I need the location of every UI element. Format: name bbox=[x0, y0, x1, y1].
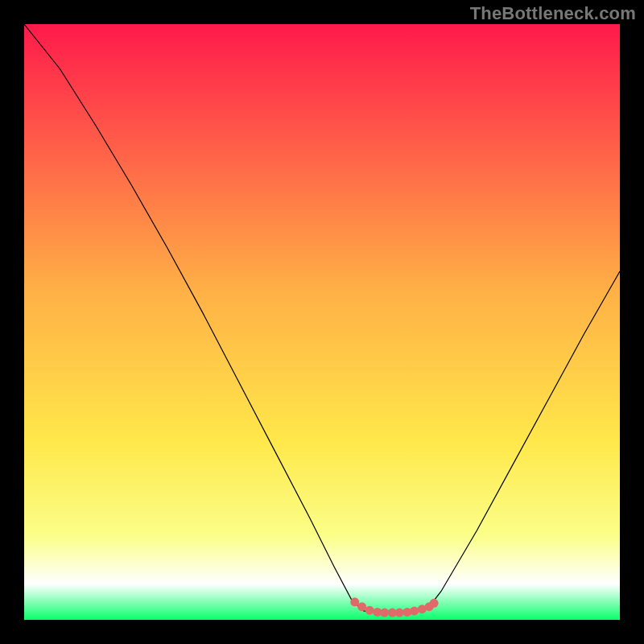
chart-frame: TheBottleneck.com bbox=[0, 0, 644, 644]
plot-svg bbox=[24, 24, 620, 620]
marker-dot bbox=[380, 609, 389, 617]
plot-area bbox=[24, 24, 620, 620]
gradient-background bbox=[24, 24, 620, 620]
marker-dot bbox=[430, 599, 439, 608]
marker-dot bbox=[365, 606, 374, 615]
marker-dot bbox=[357, 602, 366, 611]
marker-dot bbox=[410, 606, 419, 615]
marker-dot bbox=[395, 609, 404, 617]
watermark-text: TheBottleneck.com bbox=[470, 3, 636, 24]
